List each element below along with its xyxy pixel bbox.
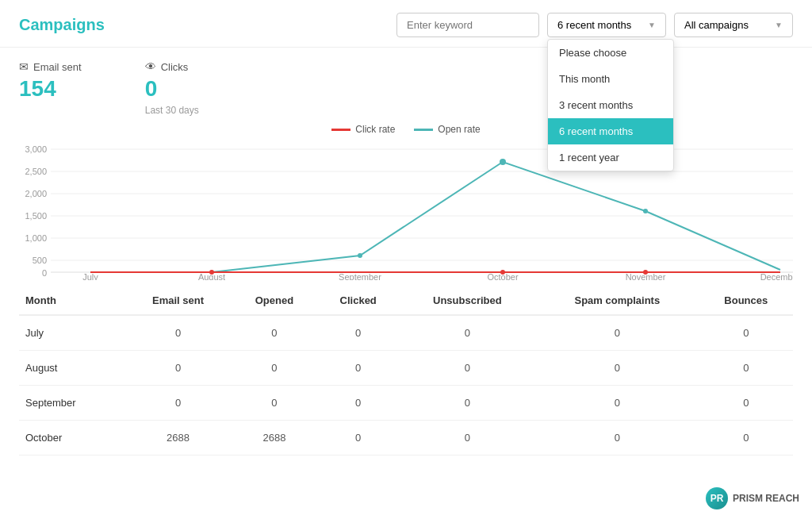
chart-container: 3,000 2,500 2,000 1,500 1,000 500 0 July… xyxy=(19,141,793,280)
dropdown-item-1-year[interactable]: 1 recent year xyxy=(548,144,673,171)
svg-text:December: December xyxy=(760,272,793,280)
cell-month: August xyxy=(19,351,124,386)
cell-month: October xyxy=(19,421,124,456)
cell-clicked: 0 xyxy=(317,351,400,386)
table-row: August 0 0 0 0 0 0 xyxy=(19,351,793,386)
header-controls: 6 recent months ▼ Please choose This mon… xyxy=(396,13,793,37)
svg-text:2,500: 2,500 xyxy=(25,167,47,176)
email-sent-stat: ✉ Email sent 154 xyxy=(19,60,82,116)
page: Campaigns 6 recent months ▼ Please choos… xyxy=(0,0,812,519)
search-input[interactable] xyxy=(396,13,539,37)
chart-area: Click rate Open rate 3,000 2,500 2,000 xyxy=(0,124,812,280)
chevron-down-icon: ▼ xyxy=(648,21,656,29)
cell-opened: 0 xyxy=(232,351,317,386)
brand-logo: PR xyxy=(706,487,728,509)
campaign-filter-button[interactable]: All campaigns ▼ xyxy=(674,13,793,37)
clicks-label: 👁 Clicks xyxy=(145,60,199,73)
cell-opened: 0 xyxy=(232,315,317,351)
dropdown-item-this-month[interactable]: This month xyxy=(548,66,673,92)
table-row: July 0 0 0 0 0 0 xyxy=(19,315,793,351)
table-row: September 0 0 0 0 0 0 xyxy=(19,386,793,421)
col-unsubscribed: Unsubscribed xyxy=(400,286,535,315)
dropdown-item-3-months[interactable]: 3 recent months xyxy=(548,92,673,118)
col-spam: Spam complaints xyxy=(535,286,699,315)
cell-bounces: 0 xyxy=(699,351,793,386)
branding: PR PRISM REACH xyxy=(706,487,799,509)
svg-point-23 xyxy=(209,270,214,275)
table-section: Month Email sent Opened Clicked Unsubscr… xyxy=(0,286,812,456)
svg-point-25 xyxy=(643,270,648,275)
cell-unsubscribed: 0 xyxy=(400,386,535,421)
svg-text:September: September xyxy=(339,272,381,280)
click-rate-color xyxy=(331,129,350,131)
svg-text:0: 0 xyxy=(42,268,47,278)
click-rate-label: Click rate xyxy=(355,124,395,135)
header: Campaigns 6 recent months ▼ Please choos… xyxy=(0,0,812,48)
period-selected-label: 6 recent months xyxy=(557,19,631,31)
svg-point-24 xyxy=(500,270,505,275)
cell-clicked: 0 xyxy=(317,421,400,456)
open-rate-color xyxy=(414,129,433,131)
cell-spam: 0 xyxy=(535,315,699,351)
clicks-stat: 👁 Clicks 0 Last 30 days xyxy=(145,60,199,116)
eye-icon: 👁 xyxy=(145,60,156,73)
stats-row: ✉ Email sent 154 👁 Clicks 0 Last 30 days xyxy=(0,48,812,124)
cell-email-sent: 2688 xyxy=(124,421,232,456)
envelope-icon: ✉ xyxy=(19,60,29,73)
svg-text:3,000: 3,000 xyxy=(25,144,47,154)
col-bounces: Bounces xyxy=(699,286,793,315)
dropdown-item-please-choose[interactable]: Please choose xyxy=(548,40,673,66)
cell-email-sent: 0 xyxy=(124,386,232,421)
table-row: October 2688 2688 0 0 0 0 xyxy=(19,421,793,456)
click-rate-legend: Click rate xyxy=(331,124,395,135)
chart-legend: Click rate Open rate xyxy=(19,124,793,135)
cell-month: July xyxy=(19,315,124,351)
cell-bounces: 0 xyxy=(699,421,793,456)
cell-clicked: 0 xyxy=(317,315,400,351)
svg-point-22 xyxy=(643,209,648,213)
clicks-value: 0 xyxy=(145,76,199,102)
col-clicked: Clicked xyxy=(317,286,400,315)
cell-spam: 0 xyxy=(535,421,699,456)
cell-email-sent: 0 xyxy=(124,351,232,386)
col-month: Month xyxy=(19,286,124,315)
period-dropdown-wrapper: 6 recent months ▼ Please choose This mon… xyxy=(547,13,666,37)
cell-month: September xyxy=(19,386,124,421)
svg-point-20 xyxy=(500,159,506,165)
col-opened: Opened xyxy=(232,286,317,315)
cell-bounces: 0 xyxy=(699,315,793,351)
dropdown-item-6-months[interactable]: 6 recent months xyxy=(548,118,673,144)
svg-text:July: July xyxy=(82,272,98,280)
chart-svg: 3,000 2,500 2,000 1,500 1,000 500 0 July… xyxy=(19,141,793,280)
svg-text:2,000: 2,000 xyxy=(25,189,47,198)
chevron-down-icon-2: ▼ xyxy=(775,21,783,29)
cell-opened: 0 xyxy=(232,386,317,421)
cell-bounces: 0 xyxy=(699,386,793,421)
cell-clicked: 0 xyxy=(317,386,400,421)
clicks-sublabel: Last 30 days xyxy=(145,105,199,116)
open-rate-label: Open rate xyxy=(438,124,480,135)
svg-text:1,000: 1,000 xyxy=(25,233,47,243)
period-select-button[interactable]: 6 recent months ▼ xyxy=(547,13,666,37)
period-dropdown-menu: Please choose This month 3 recent months… xyxy=(547,39,674,171)
col-email-sent: Email sent xyxy=(124,286,232,315)
cell-spam: 0 xyxy=(535,351,699,386)
data-table: Month Email sent Opened Clicked Unsubscr… xyxy=(19,286,793,456)
email-sent-label: ✉ Email sent xyxy=(19,60,82,73)
campaign-filter-label: All campaigns xyxy=(684,19,749,31)
cell-spam: 0 xyxy=(535,386,699,421)
cell-unsubscribed: 0 xyxy=(400,421,535,456)
open-rate-legend: Open rate xyxy=(414,124,480,135)
page-title: Campaigns xyxy=(19,16,105,34)
cell-email-sent: 0 xyxy=(124,315,232,351)
brand-name: PRISM REACH xyxy=(733,493,799,504)
email-sent-value: 154 xyxy=(19,76,82,102)
svg-text:500: 500 xyxy=(33,256,47,265)
svg-point-21 xyxy=(358,253,362,258)
cell-unsubscribed: 0 xyxy=(400,351,535,386)
cell-unsubscribed: 0 xyxy=(400,315,535,351)
cell-opened: 2688 xyxy=(232,421,317,456)
svg-text:1,500: 1,500 xyxy=(25,211,47,221)
table-header-row: Month Email sent Opened Clicked Unsubscr… xyxy=(19,286,793,315)
